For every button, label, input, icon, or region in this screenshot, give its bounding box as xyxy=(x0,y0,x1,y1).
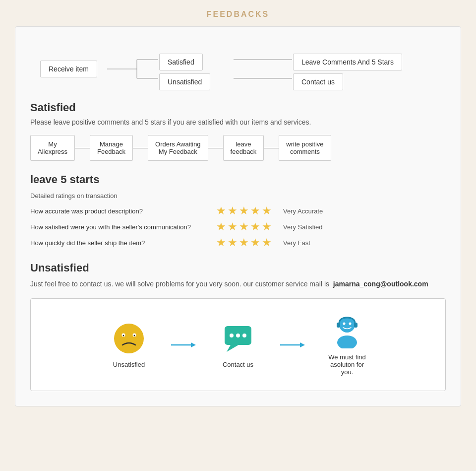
satisfied-heading: Satisfied xyxy=(30,101,446,114)
rating-row-1: How accurate was product description? ★ … xyxy=(30,204,446,217)
agent-label: We must find asoluton for you. xyxy=(328,353,366,376)
star-11: ★ xyxy=(216,236,226,249)
star-4: ★ xyxy=(250,204,260,217)
star-12: ★ xyxy=(228,236,238,249)
satisfied-box: Satisfied xyxy=(159,54,203,70)
sad-face-icon xyxy=(112,321,146,356)
unsatisfied-section: Unsatisfied Just feel free to contact us… xyxy=(30,262,446,289)
unsatisfied-box: Unsatisfied xyxy=(159,73,210,90)
unsatisfied-desc: Just feel free to contact us. we will so… xyxy=(30,278,446,289)
ratings-subtitle: Detailed ratings on transaction xyxy=(30,192,446,200)
stars-heading: leave 5 starts xyxy=(30,173,446,186)
star-9: ★ xyxy=(250,220,260,233)
star-6: ★ xyxy=(216,220,226,233)
nav-arrow-4 xyxy=(264,148,279,148)
nav-arrow-2 xyxy=(133,148,148,148)
svg-point-10 xyxy=(123,335,124,336)
nav-arrow-3 xyxy=(208,148,223,148)
unsatisfied-text: Just feel free to contact us. we will so… xyxy=(30,280,329,288)
agent-icon xyxy=(330,314,364,348)
svg-point-11 xyxy=(134,335,135,336)
svg-point-17 xyxy=(242,334,246,337)
svg-marker-13 xyxy=(191,342,196,347)
star-13: ★ xyxy=(239,236,249,249)
star-1: ★ xyxy=(216,204,226,217)
contact-item-chat[interactable]: Contact us xyxy=(203,321,273,368)
star-2: ★ xyxy=(228,204,238,217)
svg-rect-25 xyxy=(354,323,357,328)
flowchart: Receive item Satisfied Unsatisfied Leave… xyxy=(30,42,446,96)
nav-step-manage[interactable]: Manage Feedback xyxy=(90,135,133,161)
star-15: ★ xyxy=(262,236,272,249)
rating-label-3: Very Fast xyxy=(283,239,310,247)
nav-arrow-1 xyxy=(75,148,90,148)
contact-email[interactable]: jamarna_cong@outlook.com xyxy=(333,280,428,288)
svg-point-7 xyxy=(114,324,144,353)
svg-point-26 xyxy=(337,336,357,348)
main-card: Receive item Satisfied Unsatisfied Leave… xyxy=(15,26,461,406)
svg-point-16 xyxy=(236,334,240,337)
rating-row-2: How satisfied were you with the seller's… xyxy=(30,220,446,233)
chat-icon xyxy=(221,321,255,356)
nav-step-leave[interactable]: leave feedback xyxy=(223,135,264,161)
rating-label-2: Very Satisfied xyxy=(283,223,323,231)
nav-step-write[interactable]: write positive comments xyxy=(279,135,331,161)
star-10: ★ xyxy=(262,220,272,233)
page-title: FEEDBACKS xyxy=(207,10,270,18)
receive-item-box: Receive item xyxy=(40,61,97,77)
rating-q2: How satisfied were you with the seller's… xyxy=(30,223,209,231)
rating-q1: How accurate was product description? xyxy=(30,207,209,215)
stars-row-2: ★ ★ ★ ★ ★ xyxy=(216,220,272,233)
star-3: ★ xyxy=(239,204,249,217)
stars-section: leave 5 starts Detailed ratings on trans… xyxy=(30,173,446,249)
rating-q3: How quickly did the seller ship the item… xyxy=(30,239,209,247)
svg-point-23 xyxy=(349,323,352,325)
svg-marker-18 xyxy=(227,345,238,352)
contact-us-label: Contact us xyxy=(223,361,253,368)
contact-item-unsatisfied: Unsatisfied xyxy=(94,321,164,368)
stars-row-3: ★ ★ ★ ★ ★ xyxy=(216,236,272,249)
contact-card: Unsatisfied Contact us xyxy=(30,298,446,391)
arrow-icon-1 xyxy=(169,340,198,350)
satisfied-desc: Please leave positive comments and 5 sta… xyxy=(30,118,446,126)
svg-rect-24 xyxy=(337,323,340,328)
arrow-icon-2 xyxy=(278,340,307,350)
star-5: ★ xyxy=(262,204,272,217)
star-7: ★ xyxy=(228,220,238,233)
stars-row-1: ★ ★ ★ ★ ★ xyxy=(216,204,272,217)
svg-point-22 xyxy=(343,323,346,325)
nav-step-orders[interactable]: Orders Awaiting My Feedback xyxy=(148,135,208,161)
nav-step-aliexpress[interactable]: My Aliexpress xyxy=(30,135,75,161)
unsatisfied-heading: Unsatisfied xyxy=(30,262,446,274)
svg-marker-20 xyxy=(300,342,305,347)
contact-us-flow-box: Contact us xyxy=(293,73,343,90)
unsatisfied-label: Unsatisfied xyxy=(113,361,145,368)
star-14: ★ xyxy=(250,236,260,249)
blue-arrow-2 xyxy=(280,340,305,350)
satisfied-section: Satisfied Please leave positive comments… xyxy=(30,101,446,126)
star-8: ★ xyxy=(239,220,249,233)
svg-point-15 xyxy=(230,334,234,337)
contact-item-agent: We must find asoluton for you. xyxy=(312,314,382,376)
nav-steps: My Aliexpress Manage Feedback Orders Awa… xyxy=(30,135,446,161)
rating-row-3: How quickly did the seller ship the item… xyxy=(30,236,446,249)
rating-label-1: Very Accurate xyxy=(283,207,323,215)
leave-comments-box: Leave Comments And 5 Stars xyxy=(293,54,402,70)
page-header: FEEDBACKS xyxy=(0,0,476,26)
blue-arrow-1 xyxy=(171,340,196,350)
